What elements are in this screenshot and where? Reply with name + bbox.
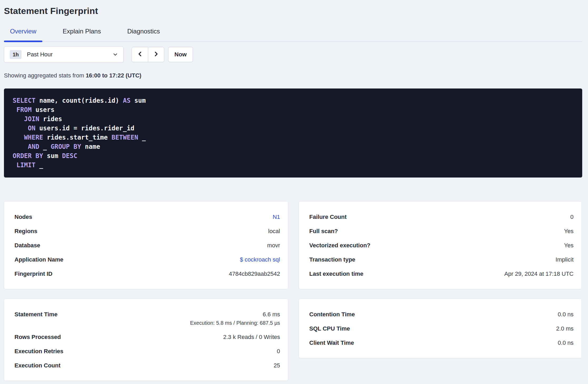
sql-keyword: AND [28,143,39,150]
stat-value: 2.0 ms [556,325,574,333]
sql-keyword: AS [123,97,131,104]
tab-explain-plans[interactable]: Explain Plans [57,28,107,41]
sql-text: _ [39,143,51,150]
previous-time-range-button[interactable] [132,47,148,62]
stat-value-wrap: 0.0 ns [558,339,574,347]
execution-attributes-card: Failure Count0Full scan?YesVectorized ex… [299,201,582,289]
sql-code-line: ON users.id = rides.rider_id [13,124,577,133]
sql-keyword: WHERE [24,134,43,141]
stat-value-wrap: 2.0 ms [556,325,574,333]
sql-text: _ [138,134,146,141]
stat-value-link[interactable]: $ cockroach sql [240,256,280,264]
tab-overview[interactable]: Overview [4,28,42,41]
sql-text: sum [131,97,146,104]
sql-text: name, count(rides.id) [36,97,123,104]
sql-keyword: DESC [62,152,77,160]
sql-code-line: WHERE rides.start_time BETWEEN _ [13,133,577,142]
aggregated-stats-range: 16:00 to 17:22 (UTC) [86,72,142,79]
stat-label: Client Wait Time [309,339,354,347]
stat-row: Databasemovr [14,238,280,253]
statement-fingerprint-page: Statement Fingerprint Overview Explain P… [0,0,588,381]
stat-value-wrap: N1 [273,213,280,221]
stat-value-link[interactable]: N1 [273,213,280,221]
stat-value: movr [267,242,280,249]
time-range-badge: 1h [10,50,22,59]
stat-value-wrap: 4784cb829aab2542 [229,270,280,278]
stat-label: Regions [14,227,37,235]
stat-row: Statement Time6.6 msExecution: 5.8 ms / … [14,307,280,330]
next-time-range-button[interactable] [148,47,164,62]
stat-value: 6.6 ms [190,311,280,318]
sql-text: name [81,143,100,150]
stat-value-wrap: Apr 29, 2024 at 17:18 UTC [504,270,574,278]
sql-keyword: LIMIT [16,161,35,169]
stat-label: Execution Count [14,362,61,370]
stat-label: Contention Time [309,311,355,318]
sql-keyword: ON [28,125,36,132]
stat-label: Fingerprint ID [14,270,52,278]
sql-code-line: JOIN rides [13,115,577,124]
stat-label: Full scan? [309,227,338,235]
stat-row: Transaction typeImplicit [309,253,574,267]
statement-timing-card: Statement Time6.6 msExecution: 5.8 ms / … [4,299,288,381]
sql-text [13,134,24,141]
sql-code-line: AND _ GROUP BY name [13,142,577,151]
sql-text [13,106,16,114]
sql-keyword: BETWEEN [112,134,138,141]
time-controls: 1h Past Hour Now [4,46,582,63]
stat-row: Rows Processed2.3 k Reads / 0 Writes [14,330,280,344]
stat-row: SQL CPU Time2.0 ms [309,322,574,336]
sql-text: sum [43,152,62,160]
stat-row: Execution Count25 [14,358,280,373]
stat-value: Yes [564,227,574,235]
stat-row: Contention Time0.0 ns [309,307,574,322]
tab-bar: Overview Explain Plans Diagnostics [4,28,582,42]
stat-value-wrap: 6.6 msExecution: 5.8 ms / Planning: 687.… [190,311,280,326]
stat-row: Last execution timeApr 29, 2024 at 17:18… [309,267,574,281]
stat-label: Database [14,242,40,249]
stat-label: SQL CPU Time [309,325,350,333]
stat-label: Statement Time [14,311,57,318]
stat-label: Rows Processed [14,333,61,341]
sql-keyword: GROUP BY [51,143,81,150]
chevron-right-icon [153,51,159,58]
sql-text [13,125,28,132]
stat-label: Vectorized execution? [309,242,370,249]
stat-row: Full scan?Yes [309,224,574,238]
stat-row: Execution Retries0 [14,344,280,358]
stat-value: 0 [570,213,574,221]
now-button[interactable]: Now [168,47,193,62]
stat-row: Regionslocal [14,224,280,238]
sql-text: rides [39,115,62,123]
sql-text [13,115,24,123]
stat-value: local [268,227,280,235]
stat-value: 25 [274,362,280,370]
stat-value: 2.3 k Reads / 0 Writes [223,333,280,341]
stat-value: 0.0 ns [558,311,574,318]
stat-label: Failure Count [309,213,347,221]
stat-value-wrap: 0 [570,213,574,221]
stat-value: Yes [564,242,574,249]
stat-row: NodesN1 [14,210,280,224]
stat-value-wrap: Implicit [556,256,574,264]
sql-text: _ [36,161,43,169]
sql-keyword: ORDER BY [13,152,43,160]
stat-label: Execution Retries [14,347,63,355]
sql-statement-box: SELECT name, count(rides.id) AS sum FROM… [4,88,582,178]
stat-value-wrap: 0.0 ns [558,311,574,318]
stat-label: Application Name [14,256,63,264]
chevron-down-icon [112,52,118,57]
time-range-select[interactable]: 1h Past Hour [4,46,124,63]
aggregated-stats-prefix: Showing aggregated stats from [4,72,86,79]
tab-diagnostics[interactable]: Diagnostics [121,28,166,41]
sql-code-line: LIMIT _ [13,161,577,170]
stat-row: Client Wait Time0.0 ns [309,336,574,350]
time-range-label: Past Hour [27,51,53,58]
stat-row: Fingerprint ID4784cb829aab2542 [14,267,280,281]
stat-value-wrap: Yes [564,242,574,249]
stat-value-wrap: 0 [277,347,280,355]
wait-times-card: Contention Time0.0 nsSQL CPU Time2.0 msC… [299,299,582,358]
stat-value: Apr 29, 2024 at 17:18 UTC [504,270,574,278]
stat-subvalue: Execution: 5.8 ms / Planning: 687.5 µs [190,320,280,326]
stats-cards-grid: NodesN1RegionslocalDatabasemovrApplicati… [4,201,582,381]
